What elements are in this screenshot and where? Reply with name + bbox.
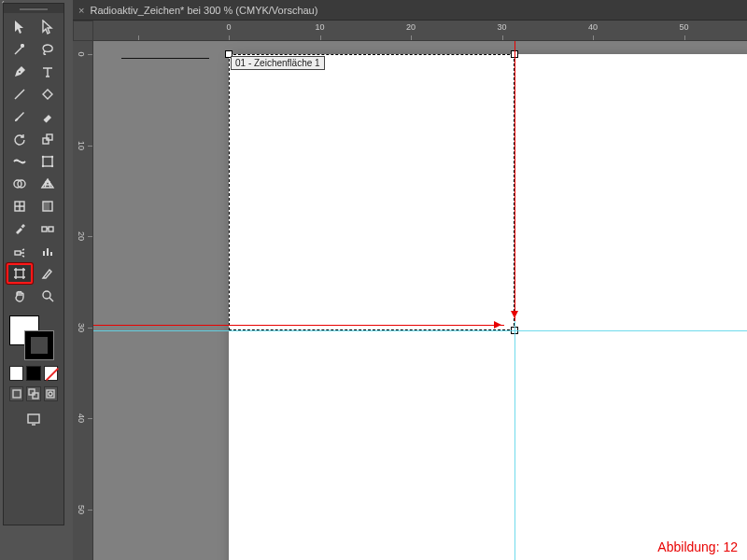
close-icon[interactable]: ×: [78, 5, 84, 16]
canvas-viewport[interactable]: 01 - Zeichenfläche 1 Abbildung: 12: [93, 41, 747, 560]
svg-rect-20: [33, 393, 38, 399]
svg-point-22: [49, 392, 52, 396]
draw-normal[interactable]: [9, 386, 23, 401]
decorative-stripe: [121, 58, 209, 59]
svg-point-7: [42, 165, 44, 167]
rotate-tool[interactable]: [7, 129, 33, 149]
ruler-h-number: 50: [679, 22, 688, 32]
color-mode-solid[interactable]: [9, 366, 23, 381]
ruler-v-number: 30: [77, 322, 86, 331]
shape-builder-tool[interactable]: [7, 174, 33, 194]
rectangle-tool[interactable]: [35, 84, 61, 105]
svg-marker-1: [43, 90, 52, 99]
figure-caption: Abbildung: 12: [657, 539, 738, 554]
document-tab[interactable]: × Radioaktiv_Zeichen* bei 300 % (CMYK/Vo…: [73, 0, 747, 21]
svg-point-17: [43, 291, 50, 299]
svg-rect-18: [13, 390, 21, 398]
scale-tool[interactable]: [35, 129, 61, 149]
draw-modes: [4, 385, 63, 407]
ruler-h-number: 10: [315, 22, 324, 32]
fill-stroke-swatches: [4, 310, 63, 362]
line-tool[interactable]: [7, 84, 33, 105]
perspective-grid-tool[interactable]: [35, 174, 61, 194]
screen-mode-button[interactable]: [22, 409, 45, 429]
mesh-tool[interactable]: [7, 196, 33, 217]
svg-rect-21: [47, 390, 54, 398]
ruler-v-number: 40: [77, 413, 86, 423]
ruler-h-number: 30: [497, 22, 506, 32]
svg-point-0: [19, 71, 21, 73]
type-tool[interactable]: [35, 62, 61, 82]
width-tool[interactable]: [7, 151, 33, 172]
eyedropper-tool[interactable]: [7, 218, 33, 239]
ruler-v-number: 10: [77, 140, 86, 149]
svg-rect-3: [47, 134, 52, 140]
annotation-arrow-vertical: [514, 41, 515, 321]
annotation-arrow-horizontal: [93, 325, 504, 326]
zoom-tool[interactable]: [35, 286, 61, 306]
svg-point-6: [51, 156, 53, 158]
app-root: ‹‹: [0, 0, 747, 560]
stroke-swatch[interactable]: [24, 330, 54, 360]
svg-rect-2: [43, 138, 49, 144]
pen-tool[interactable]: [7, 62, 33, 82]
artboard-label[interactable]: 01 - Zeichenfläche 1: [231, 56, 325, 70]
color-mode-row: [4, 362, 63, 385]
ruler-origin[interactable]: [73, 21, 93, 41]
selection-tool[interactable]: [7, 17, 33, 37]
svg-rect-16: [16, 270, 23, 277]
ruler-v-number: 50: [77, 504, 86, 513]
free-transform-tool[interactable]: [35, 151, 61, 172]
gradient-tool[interactable]: [35, 196, 61, 217]
tool-grid: [4, 13, 63, 310]
svg-rect-4: [43, 157, 52, 166]
tool-palette-grip[interactable]: [4, 4, 63, 13]
lasso-tool[interactable]: [35, 39, 61, 60]
color-mode-gradient[interactable]: [26, 366, 40, 381]
artboard[interactable]: [229, 54, 747, 560]
hand-tool[interactable]: [7, 286, 33, 306]
svg-rect-23: [28, 414, 39, 423]
svg-rect-12: [43, 202, 52, 211]
ruler-v-number: 0: [77, 51, 86, 56]
paintbrush-tool[interactable]: [7, 106, 33, 127]
ruler-h-number: 20: [406, 22, 416, 32]
svg-point-5: [42, 156, 44, 158]
column-graph-tool[interactable]: [35, 241, 61, 261]
draw-inside[interactable]: [44, 386, 58, 401]
direct-selection-tool[interactable]: [35, 17, 61, 37]
magic-wand-tool[interactable]: [7, 39, 33, 60]
tool-palette: [3, 3, 64, 525]
guide-horizontal[interactable]: [93, 330, 747, 331]
svg-rect-19: [29, 389, 35, 395]
ruler-vertical[interactable]: 0102030405060: [73, 41, 93, 560]
artboard-tool[interactable]: [7, 263, 33, 284]
svg-point-8: [51, 165, 53, 167]
ruler-h-number: 40: [588, 22, 598, 32]
ruler-h-number: 0: [226, 22, 231, 32]
document-area: × Radioaktiv_Zeichen* bei 300 % (CMYK/Vo…: [73, 0, 747, 560]
symbol-sprayer-tool[interactable]: [7, 241, 33, 261]
svg-rect-13: [42, 227, 47, 231]
eraser-tool[interactable]: [35, 106, 61, 127]
svg-rect-14: [49, 227, 53, 231]
color-mode-none[interactable]: [44, 366, 58, 381]
document-title: Radioaktiv_Zeichen* bei 300 % (CMYK/Vors…: [90, 5, 317, 16]
slice-tool[interactable]: [35, 263, 61, 284]
blend-tool[interactable]: [35, 218, 61, 239]
ruler-horizontal[interactable]: 0102030405060: [93, 21, 747, 41]
ruler-v-number: 20: [77, 231, 86, 241]
draw-behind[interactable]: [26, 386, 40, 401]
svg-rect-15: [15, 251, 21, 255]
